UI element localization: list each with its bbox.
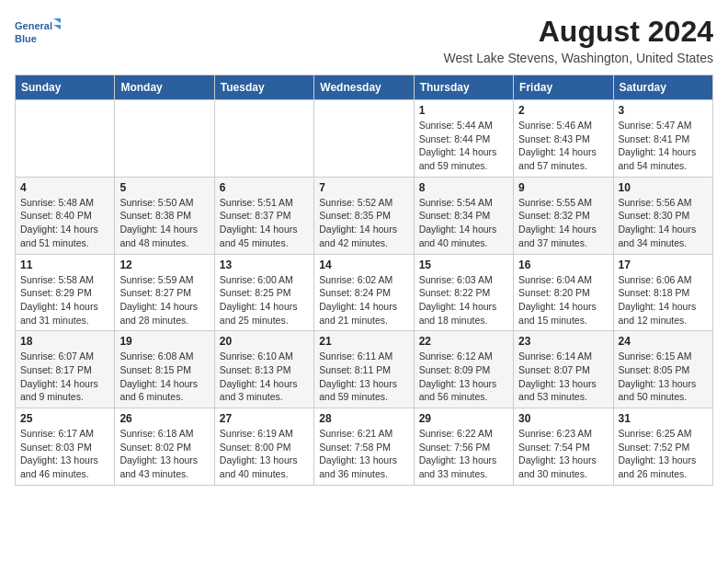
calendar-cell [115, 100, 214, 178]
day-info: Sunrise: 6:00 AM Sunset: 8:25 PM Dayligh… [220, 273, 309, 327]
calendar-cell: 8Sunrise: 5:54 AM Sunset: 8:34 PM Daylig… [414, 177, 513, 254]
day-number: 16 [518, 259, 608, 271]
calendar-cell: 29Sunrise: 6:22 AM Sunset: 7:56 PM Dayli… [414, 408, 513, 486]
day-info: Sunrise: 5:56 AM Sunset: 8:30 PM Dayligh… [619, 196, 708, 250]
day-info: Sunrise: 6:23 AM Sunset: 7:54 PM Dayligh… [518, 427, 608, 481]
weekday-header-saturday: Saturday [613, 75, 712, 100]
day-number: 25 [20, 412, 109, 425]
day-number: 31 [619, 412, 708, 425]
page-header: General Blue August 2024 West Lake Steve… [15, 15, 713, 65]
day-number: 18 [20, 335, 109, 348]
calendar-table: SundayMondayTuesdayWednesdayThursdayFrid… [15, 75, 713, 486]
day-number: 2 [518, 104, 608, 117]
day-number: 6 [220, 181, 309, 194]
calendar-cell: 22Sunrise: 6:12 AM Sunset: 8:09 PM Dayli… [414, 331, 513, 408]
week-row-1: 1Sunrise: 5:44 AM Sunset: 8:44 PM Daylig… [16, 100, 713, 178]
day-info: Sunrise: 6:22 AM Sunset: 7:56 PM Dayligh… [419, 427, 508, 481]
week-row-4: 18Sunrise: 6:07 AM Sunset: 8:17 PM Dayli… [16, 331, 713, 408]
calendar-cell: 30Sunrise: 6:23 AM Sunset: 7:54 PM Dayli… [514, 408, 613, 486]
calendar-cell: 3Sunrise: 5:47 AM Sunset: 8:41 PM Daylig… [613, 100, 712, 178]
day-info: Sunrise: 6:14 AM Sunset: 8:07 PM Dayligh… [518, 350, 608, 404]
day-info: Sunrise: 6:07 AM Sunset: 8:17 PM Dayligh… [20, 350, 109, 404]
day-info: Sunrise: 5:46 AM Sunset: 8:43 PM Dayligh… [518, 119, 608, 173]
calendar-cell: 1Sunrise: 5:44 AM Sunset: 8:44 PM Daylig… [414, 100, 513, 178]
calendar-cell: 27Sunrise: 6:19 AM Sunset: 8:00 PM Dayli… [214, 408, 313, 486]
weekday-header-thursday: Thursday [414, 75, 513, 100]
day-number: 5 [119, 181, 209, 194]
day-info: Sunrise: 5:51 AM Sunset: 8:37 PM Dayligh… [220, 196, 309, 250]
weekday-header-tuesday: Tuesday [214, 75, 313, 100]
day-number: 22 [419, 335, 508, 348]
title-area: August 2024 West Lake Stevens, Washingto… [444, 15, 713, 65]
day-number: 30 [518, 412, 608, 425]
day-info: Sunrise: 6:03 AM Sunset: 8:22 PM Dayligh… [419, 273, 508, 327]
page-title: August 2024 [444, 15, 713, 49]
day-number: 21 [319, 335, 408, 348]
day-number: 12 [119, 259, 209, 271]
day-number: 19 [119, 335, 209, 348]
day-info: Sunrise: 6:21 AM Sunset: 7:58 PM Dayligh… [319, 427, 408, 481]
day-number: 15 [419, 259, 508, 271]
calendar-cell: 25Sunrise: 6:17 AM Sunset: 8:03 PM Dayli… [16, 408, 115, 486]
day-info: Sunrise: 5:50 AM Sunset: 8:38 PM Dayligh… [119, 196, 209, 250]
calendar-cell: 10Sunrise: 5:56 AM Sunset: 8:30 PM Dayli… [613, 177, 712, 254]
weekday-header-wednesday: Wednesday [314, 75, 414, 100]
svg-marker-2 [53, 18, 61, 23]
calendar-cell: 11Sunrise: 5:58 AM Sunset: 8:29 PM Dayli… [16, 254, 115, 331]
day-info: Sunrise: 5:47 AM Sunset: 8:41 PM Dayligh… [619, 119, 708, 173]
calendar-cell [214, 100, 313, 178]
calendar-cell: 26Sunrise: 6:18 AM Sunset: 8:02 PM Dayli… [115, 408, 214, 486]
day-info: Sunrise: 6:06 AM Sunset: 8:18 PM Dayligh… [619, 273, 708, 327]
calendar-cell: 18Sunrise: 6:07 AM Sunset: 8:17 PM Dayli… [16, 331, 115, 408]
day-info: Sunrise: 6:25 AM Sunset: 7:52 PM Dayligh… [619, 427, 708, 481]
day-info: Sunrise: 5:58 AM Sunset: 8:29 PM Dayligh… [20, 273, 109, 327]
calendar-cell: 16Sunrise: 6:04 AM Sunset: 8:20 PM Dayli… [514, 254, 613, 331]
calendar-cell: 23Sunrise: 6:14 AM Sunset: 8:07 PM Dayli… [514, 331, 613, 408]
weekday-header-monday: Monday [115, 75, 214, 100]
logo: General Blue [15, 15, 61, 53]
calendar-cell: 13Sunrise: 6:00 AM Sunset: 8:25 PM Dayli… [214, 254, 313, 331]
calendar-cell [16, 100, 115, 178]
day-info: Sunrise: 5:44 AM Sunset: 8:44 PM Dayligh… [419, 119, 508, 173]
day-info: Sunrise: 5:55 AM Sunset: 8:32 PM Dayligh… [518, 196, 608, 250]
day-info: Sunrise: 6:04 AM Sunset: 8:20 PM Dayligh… [518, 273, 608, 327]
calendar-cell: 24Sunrise: 6:15 AM Sunset: 8:05 PM Dayli… [613, 331, 712, 408]
day-info: Sunrise: 6:18 AM Sunset: 8:02 PM Dayligh… [119, 427, 209, 481]
calendar-cell: 5Sunrise: 5:50 AM Sunset: 8:38 PM Daylig… [115, 177, 214, 254]
week-row-5: 25Sunrise: 6:17 AM Sunset: 8:03 PM Dayli… [16, 408, 713, 486]
day-number: 27 [220, 412, 309, 425]
calendar-cell: 20Sunrise: 6:10 AM Sunset: 8:13 PM Dayli… [214, 331, 313, 408]
calendar-cell: 14Sunrise: 6:02 AM Sunset: 8:24 PM Dayli… [314, 254, 414, 331]
calendar-cell: 2Sunrise: 5:46 AM Sunset: 8:43 PM Daylig… [514, 100, 613, 178]
day-info: Sunrise: 5:54 AM Sunset: 8:34 PM Dayligh… [419, 196, 508, 250]
day-number: 17 [619, 259, 708, 271]
day-number: 29 [419, 412, 508, 425]
day-number: 4 [20, 181, 109, 194]
calendar-cell: 28Sunrise: 6:21 AM Sunset: 7:58 PM Dayli… [314, 408, 414, 486]
calendar-cell: 4Sunrise: 5:48 AM Sunset: 8:40 PM Daylig… [16, 177, 115, 254]
calendar-cell [314, 100, 414, 178]
day-number: 9 [518, 181, 608, 194]
week-row-3: 11Sunrise: 5:58 AM Sunset: 8:29 PM Dayli… [16, 254, 713, 331]
svg-text:Blue: Blue [15, 33, 37, 44]
day-number: 10 [619, 181, 708, 194]
day-number: 26 [119, 412, 209, 425]
day-info: Sunrise: 5:48 AM Sunset: 8:40 PM Dayligh… [20, 196, 109, 250]
day-number: 13 [220, 259, 309, 271]
day-info: Sunrise: 6:08 AM Sunset: 8:15 PM Dayligh… [119, 350, 209, 404]
day-info: Sunrise: 6:11 AM Sunset: 8:11 PM Dayligh… [319, 350, 408, 404]
week-row-2: 4Sunrise: 5:48 AM Sunset: 8:40 PM Daylig… [16, 177, 713, 254]
day-number: 24 [619, 335, 708, 348]
weekday-header-friday: Friday [514, 75, 613, 100]
day-number: 1 [419, 104, 508, 117]
calendar-cell: 31Sunrise: 6:25 AM Sunset: 7:52 PM Dayli… [613, 408, 712, 486]
day-number: 23 [518, 335, 608, 348]
page-subtitle: West Lake Stevens, Washington, United St… [444, 51, 713, 65]
weekday-header-row: SundayMondayTuesdayWednesdayThursdayFrid… [16, 75, 713, 100]
calendar-cell: 21Sunrise: 6:11 AM Sunset: 8:11 PM Dayli… [314, 331, 414, 408]
weekday-header-sunday: Sunday [16, 75, 115, 100]
day-info: Sunrise: 6:17 AM Sunset: 8:03 PM Dayligh… [20, 427, 109, 481]
calendar-cell: 7Sunrise: 5:52 AM Sunset: 8:35 PM Daylig… [314, 177, 414, 254]
svg-marker-3 [53, 25, 61, 29]
day-info: Sunrise: 5:59 AM Sunset: 8:27 PM Dayligh… [119, 273, 209, 327]
